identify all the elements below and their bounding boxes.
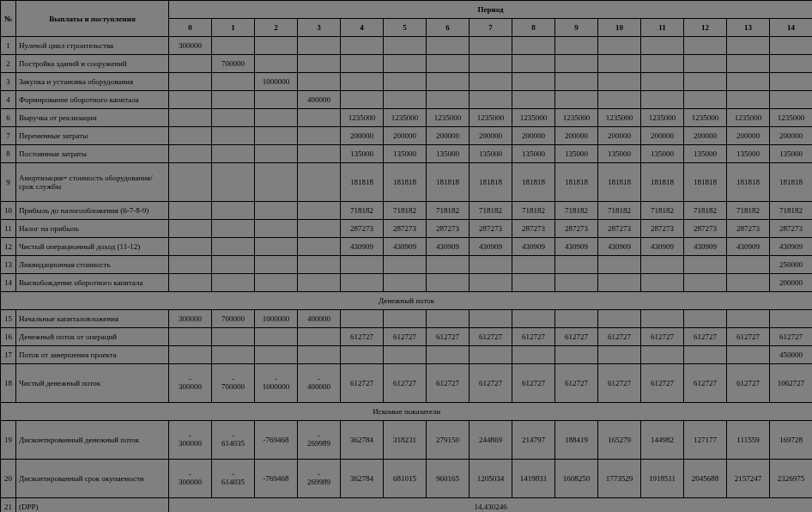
header-period-11: 11 (641, 19, 684, 37)
cell (427, 37, 470, 55)
cell: 181818 (727, 163, 770, 202)
row-no: 11 (1, 220, 16, 238)
cell (298, 109, 341, 127)
cell (255, 238, 298, 256)
cell: 718182 (641, 202, 684, 220)
cell: 181818 (684, 163, 727, 202)
cell (555, 91, 598, 109)
section-header-row: Искомые показатели (1, 403, 813, 421)
cell: 430909 (470, 238, 512, 256)
cell: 612727 (684, 364, 727, 403)
table-row: 16Денежный поток от операций612727612727… (1, 328, 813, 346)
cell (684, 256, 727, 274)
cell: 250000 (770, 256, 813, 274)
row-label: Нулевой цикл строительства (16, 37, 169, 55)
cell (169, 127, 212, 145)
cell (770, 55, 813, 73)
cell: 181818 (512, 163, 555, 202)
cell: 718182 (555, 202, 598, 220)
cell (770, 37, 813, 55)
row-no: 2 (1, 55, 16, 73)
cell (169, 346, 212, 364)
cell (598, 256, 641, 274)
cell: 1235000 (555, 109, 598, 127)
cell (770, 91, 813, 109)
cell: 430909 (512, 238, 555, 256)
row-no: 13 (1, 256, 16, 274)
cell (255, 145, 298, 163)
cell (298, 238, 341, 256)
cell (212, 220, 255, 238)
cell: 612727 (341, 328, 384, 346)
cell: 144982 (641, 421, 684, 460)
cell (341, 37, 384, 55)
cell: 612727 (384, 364, 427, 403)
cell (512, 256, 555, 274)
cell (512, 55, 555, 73)
cell: 612727 (427, 328, 470, 346)
cell: -300000 (169, 421, 212, 460)
cell (298, 37, 341, 55)
cell: 1235000 (470, 109, 512, 127)
header-period-4: 4 (341, 19, 384, 37)
cell (727, 346, 770, 364)
table-row: 6Выручка от реализации123500012350001235… (1, 109, 813, 127)
cell: 1608250 (555, 460, 598, 498)
table-header: № Выплаты и поступления Период 012345678… (1, 1, 813, 37)
cell: 279150 (427, 421, 470, 460)
cell (598, 55, 641, 73)
cell: 300000 (169, 37, 212, 55)
cell (641, 274, 684, 292)
cell (298, 220, 341, 238)
cell (727, 274, 770, 292)
cell: 200000 (727, 127, 770, 145)
table-row: 3Закупка и установка оборудования1000000 (1, 73, 813, 91)
table-row: 13Ликвидационная стоимость250000 (1, 256, 813, 274)
cell (255, 127, 298, 145)
cell: 362784 (341, 460, 384, 498)
cell (169, 109, 212, 127)
row-label: (DPP) (16, 498, 169, 513)
cell (555, 37, 598, 55)
header-no: № (1, 1, 16, 37)
cell (598, 37, 641, 55)
cell (641, 310, 684, 328)
cell (298, 328, 341, 346)
row-no: 6 (1, 109, 16, 127)
header-period-14: 14 (770, 19, 813, 37)
header-period-7: 7 (470, 19, 512, 37)
header-period: Период (169, 1, 813, 19)
cell (169, 328, 212, 346)
cell (341, 274, 384, 292)
cell: 169728 (770, 421, 813, 460)
cell (470, 346, 512, 364)
row-no: 1 (1, 37, 16, 55)
cell: 612727 (727, 364, 770, 403)
cell: 612727 (384, 328, 427, 346)
cell (512, 91, 555, 109)
section-header: Денежный поток (1, 292, 813, 310)
row-label: Чистый операционный доход (11-12) (16, 238, 169, 256)
cell (641, 37, 684, 55)
cell (255, 109, 298, 127)
cell (555, 310, 598, 328)
header-period-5: 5 (384, 19, 427, 37)
cell: 1235000 (427, 109, 470, 127)
cell: 188419 (555, 421, 598, 460)
cell: -700000 (212, 364, 255, 403)
cell (341, 55, 384, 73)
cell (598, 274, 641, 292)
cell (641, 346, 684, 364)
cell: 287273 (684, 220, 727, 238)
cell (512, 310, 555, 328)
header-period-3: 3 (298, 19, 341, 37)
cell: -300000 (169, 460, 212, 498)
cell (212, 127, 255, 145)
cell (684, 346, 727, 364)
cell: 430909 (641, 238, 684, 256)
cell: 1419831 (512, 460, 555, 498)
cell: 200000 (512, 127, 555, 145)
cell (684, 55, 727, 73)
row-label: Амортизация= стоимость оборудования/срок… (16, 163, 169, 202)
table-row: 21(DPP)14,430246 (1, 498, 813, 513)
